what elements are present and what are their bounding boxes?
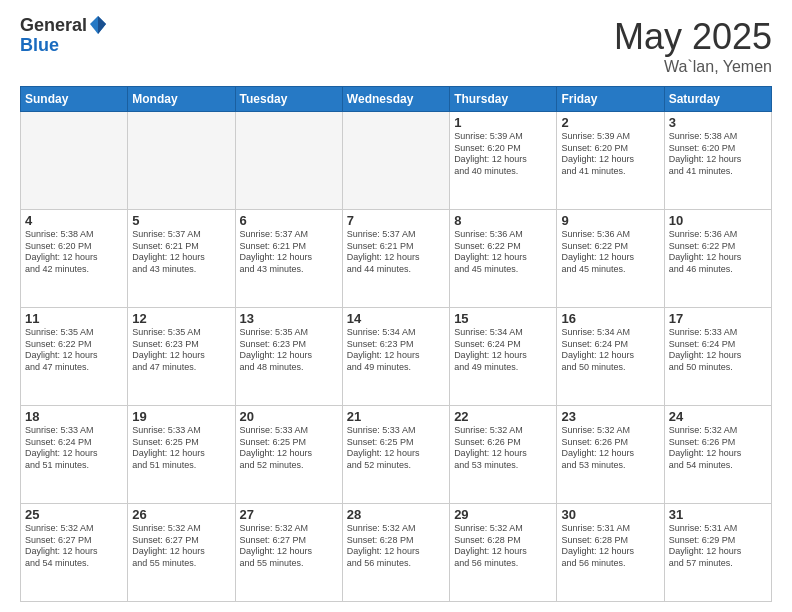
calendar-cell: 18Sunrise: 5:33 AM Sunset: 6:24 PM Dayli…: [21, 406, 128, 504]
day-info: Sunrise: 5:39 AM Sunset: 6:20 PM Dayligh…: [454, 131, 552, 178]
header-row: Sunday Monday Tuesday Wednesday Thursday…: [21, 87, 772, 112]
calendar-cell: 19Sunrise: 5:33 AM Sunset: 6:25 PM Dayli…: [128, 406, 235, 504]
day-info: Sunrise: 5:32 AM Sunset: 6:27 PM Dayligh…: [132, 523, 230, 570]
calendar-cell: [342, 112, 449, 210]
day-number: 26: [132, 507, 230, 522]
day-info: Sunrise: 5:33 AM Sunset: 6:25 PM Dayligh…: [132, 425, 230, 472]
calendar-cell: 24Sunrise: 5:32 AM Sunset: 6:26 PM Dayli…: [664, 406, 771, 504]
calendar-cell: [128, 112, 235, 210]
calendar-cell: 12Sunrise: 5:35 AM Sunset: 6:23 PM Dayli…: [128, 308, 235, 406]
day-number: 1: [454, 115, 552, 130]
day-info: Sunrise: 5:38 AM Sunset: 6:20 PM Dayligh…: [25, 229, 123, 276]
day-info: Sunrise: 5:34 AM Sunset: 6:24 PM Dayligh…: [561, 327, 659, 374]
day-info: Sunrise: 5:33 AM Sunset: 6:25 PM Dayligh…: [240, 425, 338, 472]
calendar-cell: 26Sunrise: 5:32 AM Sunset: 6:27 PM Dayli…: [128, 504, 235, 602]
calendar-cell: 3Sunrise: 5:38 AM Sunset: 6:20 PM Daylig…: [664, 112, 771, 210]
day-number: 11: [25, 311, 123, 326]
day-info: Sunrise: 5:33 AM Sunset: 6:25 PM Dayligh…: [347, 425, 445, 472]
day-info: Sunrise: 5:32 AM Sunset: 6:27 PM Dayligh…: [240, 523, 338, 570]
day-number: 19: [132, 409, 230, 424]
day-number: 4: [25, 213, 123, 228]
calendar-cell: 7Sunrise: 5:37 AM Sunset: 6:21 PM Daylig…: [342, 210, 449, 308]
logo-blue: Blue: [20, 36, 107, 56]
calendar-cell: 21Sunrise: 5:33 AM Sunset: 6:25 PM Dayli…: [342, 406, 449, 504]
calendar-cell: 11Sunrise: 5:35 AM Sunset: 6:22 PM Dayli…: [21, 308, 128, 406]
calendar-cell: 6Sunrise: 5:37 AM Sunset: 6:21 PM Daylig…: [235, 210, 342, 308]
day-info: Sunrise: 5:36 AM Sunset: 6:22 PM Dayligh…: [454, 229, 552, 276]
day-info: Sunrise: 5:31 AM Sunset: 6:29 PM Dayligh…: [669, 523, 767, 570]
day-info: Sunrise: 5:32 AM Sunset: 6:26 PM Dayligh…: [669, 425, 767, 472]
day-number: 6: [240, 213, 338, 228]
day-number: 9: [561, 213, 659, 228]
day-number: 17: [669, 311, 767, 326]
calendar-table: Sunday Monday Tuesday Wednesday Thursday…: [20, 86, 772, 602]
col-friday: Friday: [557, 87, 664, 112]
day-number: 24: [669, 409, 767, 424]
day-info: Sunrise: 5:37 AM Sunset: 6:21 PM Dayligh…: [347, 229, 445, 276]
day-info: Sunrise: 5:39 AM Sunset: 6:20 PM Dayligh…: [561, 131, 659, 178]
day-info: Sunrise: 5:36 AM Sunset: 6:22 PM Dayligh…: [669, 229, 767, 276]
page: General Blue May 2025 Wa`lan, Yemen Sund…: [0, 0, 792, 612]
day-info: Sunrise: 5:36 AM Sunset: 6:22 PM Dayligh…: [561, 229, 659, 276]
calendar-cell: 30Sunrise: 5:31 AM Sunset: 6:28 PM Dayli…: [557, 504, 664, 602]
calendar-cell: 20Sunrise: 5:33 AM Sunset: 6:25 PM Dayli…: [235, 406, 342, 504]
day-number: 10: [669, 213, 767, 228]
calendar-cell: 10Sunrise: 5:36 AM Sunset: 6:22 PM Dayli…: [664, 210, 771, 308]
calendar-cell: 1Sunrise: 5:39 AM Sunset: 6:20 PM Daylig…: [450, 112, 557, 210]
calendar-cell: 22Sunrise: 5:32 AM Sunset: 6:26 PM Dayli…: [450, 406, 557, 504]
calendar-cell: [21, 112, 128, 210]
day-number: 22: [454, 409, 552, 424]
day-number: 21: [347, 409, 445, 424]
logo-icon: [89, 14, 107, 36]
week-row-2: 4Sunrise: 5:38 AM Sunset: 6:20 PM Daylig…: [21, 210, 772, 308]
day-number: 20: [240, 409, 338, 424]
day-number: 8: [454, 213, 552, 228]
week-row-1: 1Sunrise: 5:39 AM Sunset: 6:20 PM Daylig…: [21, 112, 772, 210]
day-info: Sunrise: 5:35 AM Sunset: 6:23 PM Dayligh…: [240, 327, 338, 374]
calendar-cell: [235, 112, 342, 210]
week-row-4: 18Sunrise: 5:33 AM Sunset: 6:24 PM Dayli…: [21, 406, 772, 504]
day-info: Sunrise: 5:35 AM Sunset: 6:22 PM Dayligh…: [25, 327, 123, 374]
calendar-cell: 13Sunrise: 5:35 AM Sunset: 6:23 PM Dayli…: [235, 308, 342, 406]
day-number: 13: [240, 311, 338, 326]
day-number: 12: [132, 311, 230, 326]
day-number: 28: [347, 507, 445, 522]
location: Wa`lan, Yemen: [614, 58, 772, 76]
calendar-cell: 28Sunrise: 5:32 AM Sunset: 6:28 PM Dayli…: [342, 504, 449, 602]
col-saturday: Saturday: [664, 87, 771, 112]
calendar-cell: 14Sunrise: 5:34 AM Sunset: 6:23 PM Dayli…: [342, 308, 449, 406]
day-number: 18: [25, 409, 123, 424]
day-info: Sunrise: 5:32 AM Sunset: 6:28 PM Dayligh…: [454, 523, 552, 570]
calendar-cell: 4Sunrise: 5:38 AM Sunset: 6:20 PM Daylig…: [21, 210, 128, 308]
col-monday: Monday: [128, 87, 235, 112]
day-info: Sunrise: 5:32 AM Sunset: 6:26 PM Dayligh…: [561, 425, 659, 472]
calendar-cell: 8Sunrise: 5:36 AM Sunset: 6:22 PM Daylig…: [450, 210, 557, 308]
day-info: Sunrise: 5:32 AM Sunset: 6:28 PM Dayligh…: [347, 523, 445, 570]
calendar-cell: 9Sunrise: 5:36 AM Sunset: 6:22 PM Daylig…: [557, 210, 664, 308]
day-number: 25: [25, 507, 123, 522]
day-number: 15: [454, 311, 552, 326]
col-thursday: Thursday: [450, 87, 557, 112]
day-number: 3: [669, 115, 767, 130]
day-info: Sunrise: 5:31 AM Sunset: 6:28 PM Dayligh…: [561, 523, 659, 570]
day-info: Sunrise: 5:32 AM Sunset: 6:26 PM Dayligh…: [454, 425, 552, 472]
calendar-cell: 15Sunrise: 5:34 AM Sunset: 6:24 PM Dayli…: [450, 308, 557, 406]
day-number: 23: [561, 409, 659, 424]
logo-general: General: [20, 16, 87, 36]
day-info: Sunrise: 5:37 AM Sunset: 6:21 PM Dayligh…: [132, 229, 230, 276]
logo: General Blue: [20, 16, 107, 56]
day-info: Sunrise: 5:38 AM Sunset: 6:20 PM Dayligh…: [669, 131, 767, 178]
month-title: May 2025: [614, 16, 772, 58]
logo-text: General Blue: [20, 16, 107, 56]
day-info: Sunrise: 5:32 AM Sunset: 6:27 PM Dayligh…: [25, 523, 123, 570]
col-tuesday: Tuesday: [235, 87, 342, 112]
calendar-cell: 5Sunrise: 5:37 AM Sunset: 6:21 PM Daylig…: [128, 210, 235, 308]
day-number: 14: [347, 311, 445, 326]
calendar-cell: 17Sunrise: 5:33 AM Sunset: 6:24 PM Dayli…: [664, 308, 771, 406]
header: General Blue May 2025 Wa`lan, Yemen: [20, 16, 772, 76]
day-number: 29: [454, 507, 552, 522]
day-info: Sunrise: 5:33 AM Sunset: 6:24 PM Dayligh…: [25, 425, 123, 472]
day-number: 31: [669, 507, 767, 522]
day-number: 27: [240, 507, 338, 522]
day-number: 16: [561, 311, 659, 326]
